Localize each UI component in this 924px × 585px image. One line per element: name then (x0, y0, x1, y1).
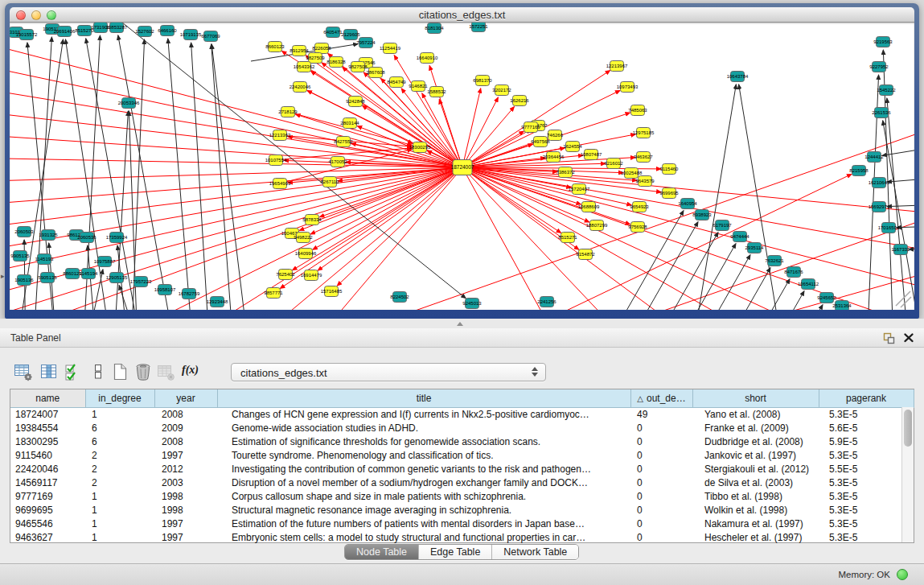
tab-network-table[interactable]: Network Table (492, 545, 578, 559)
table-cell[interactable]: Tourette syndrome. Phenomenology and cla… (217, 448, 630, 462)
graph-node[interactable]: 15692971 (869, 202, 890, 212)
tab-node-table[interactable]: Node Table (345, 545, 419, 559)
delete-table-icon[interactable] (156, 362, 175, 381)
graph-node[interactable]: 5878334 (302, 215, 322, 225)
table-cell[interactable]: 2 (85, 462, 154, 476)
table-cell[interactable]: 1 (85, 489, 154, 503)
table-cell[interactable]: 2008 (154, 435, 217, 448)
table-cell[interactable]: 18300295 (10, 435, 85, 448)
delete-column-icon[interactable] (133, 362, 153, 381)
graph-node[interactable]: 8471676 (784, 267, 803, 278)
graph-node[interactable]: 9756928 (628, 222, 647, 233)
graph-node[interactable]: 8938923 (692, 210, 712, 220)
scrollbar-thumb[interactable] (904, 410, 912, 447)
graph-node[interactable]: 4170052 (328, 157, 347, 167)
table-row[interactable]: 969969511998Structural magnetic resonanc… (10, 503, 914, 517)
table-cell[interactable]: 0 (630, 462, 692, 476)
graph-node[interactable]: 9498222 (294, 233, 313, 243)
table-row[interactable]: 1456911722003Disruption of a novel membe… (10, 476, 914, 489)
table-cell[interactable]: 1998 (154, 503, 217, 517)
table-cell[interactable]: Corpus callosum shape and size in male p… (217, 489, 630, 503)
table-row[interactable]: 1872400712008Changes of HCN gene express… (10, 407, 914, 421)
graph-node[interactable]: 2261536 (872, 108, 891, 118)
graph-node[interactable]: 16782759 (179, 289, 200, 299)
table-cell[interactable]: Stergiakouli et al. (2012) (692, 462, 819, 476)
table-cell[interactable]: 5.3E-5 (819, 476, 914, 489)
graph-node[interactable]: 9474444 (730, 232, 749, 242)
graph-node[interactable]: 1624554 (563, 142, 582, 152)
graph-node[interactable]: 1145193 (35, 254, 55, 265)
table-cell[interactable]: Changes of HCN gene expression and I(f) … (217, 407, 630, 421)
graph-node[interactable]: 6497568 (531, 137, 550, 147)
graph-node[interactable]: 11254419 (380, 43, 401, 54)
graph-node[interactable]: 9857771 (264, 288, 283, 299)
column-header-short[interactable]: short (692, 389, 819, 407)
row-height-icon[interactable] (88, 362, 108, 381)
table-cell[interactable]: 49 (630, 407, 692, 421)
table-selector-dropdown[interactable]: citations_edges.txt (231, 363, 546, 381)
table-cell[interactable]: 6 (85, 421, 154, 435)
table-cell[interactable]: 9777169 (10, 489, 85, 503)
table-cell[interactable]: Genome-wide association studies in ADHD. (217, 421, 630, 435)
show-columns-icon[interactable] (39, 362, 59, 381)
table-row[interactable]: 946362711997Embryonic stem cells: a mode… (10, 530, 914, 544)
table-cell[interactable]: 5.6E-5 (819, 421, 914, 435)
graph-node[interactable]: 20053346 (118, 98, 140, 109)
graph-node[interactable]: 12213967 (606, 61, 628, 72)
graph-node[interactable]: 8215958 (849, 166, 869, 176)
graph-node[interactable]: 2867608 (366, 68, 385, 78)
graph-node[interactable]: 9699695 (659, 188, 679, 199)
graph-node[interactable]: 9227952 (869, 62, 889, 72)
table-cell[interactable]: Wolkin et al. (1998) (692, 503, 819, 517)
graph-node[interactable]: 8267110 (321, 177, 340, 187)
table-cell[interactable]: Jankovic et al. (1997) (692, 448, 819, 462)
graph-node[interactable]: 17957223 (130, 277, 152, 287)
table-cell[interactable]: Structural magnetic resonance image aver… (217, 503, 630, 517)
graph-node[interactable]: 8515271 (558, 233, 577, 243)
graph-node[interactable]: 9154872 (576, 249, 595, 260)
graph-node[interactable]: 6466160 (158, 26, 177, 36)
close-panel-icon[interactable] (903, 332, 914, 344)
float-panel-icon[interactable] (882, 332, 895, 344)
network-graph[interactable]: 8660123891295482260589827509818632898275… (10, 23, 914, 310)
graph-node[interactable]: 8226058 (312, 43, 331, 54)
column-header-in_degree[interactable]: in_degree (85, 389, 154, 407)
table-cell[interactable]: 18724007 (10, 407, 85, 421)
new-column-icon[interactable] (110, 362, 129, 381)
table-cell[interactable]: 5.9E-5 (819, 435, 914, 448)
column-header-title[interactable]: title (217, 389, 630, 407)
table-cell[interactable]: 19384554 (10, 421, 85, 435)
table-cell[interactable]: 1 (85, 503, 154, 517)
table-cell[interactable]: Embryonic stem cells: a model to study s… (217, 530, 630, 544)
graph-node[interactable]: 10688609 (578, 202, 600, 212)
graph-node[interactable]: 9245013 (462, 299, 482, 309)
table-row[interactable]: 1938455462009Genome-wide association stu… (10, 421, 914, 435)
splitter-handle[interactable] (455, 321, 465, 327)
graph-node[interactable]: 9777169 (521, 122, 540, 133)
graph-node[interactable]: 2935114 (745, 243, 765, 253)
table-cell[interactable]: 1997 (154, 517, 217, 530)
graph-node[interactable]: 3202172 (492, 85, 511, 96)
graph-node[interactable]: 16914479 (301, 270, 322, 281)
graph-node[interactable]: 15720407 (569, 184, 590, 195)
column-header-out_de[interactable]: △out_de… (630, 389, 692, 407)
table-cell[interactable]: 2 (85, 448, 154, 462)
graph-node[interactable]: 18807299 (586, 220, 608, 231)
table-cell[interactable]: Estimation of the future numbers of pati… (217, 517, 630, 530)
table-cell[interactable]: Disruption of a novel member of a sodium… (217, 476, 630, 489)
graph-node[interactable]: 18724007 (451, 160, 474, 175)
table-row[interactable]: 2242004622012Investigating the contribut… (10, 462, 914, 476)
table-mode-icon[interactable] (14, 362, 33, 381)
column-header-pagerank[interactable]: pagerank (819, 389, 914, 407)
graph-node[interactable]: 6405471 (323, 27, 343, 38)
graph-node[interactable]: 19654903 (269, 179, 291, 189)
table-cell[interactable]: de Silva et al. (2003) (692, 476, 819, 489)
graph-node[interactable]: 8912954 (290, 46, 309, 56)
graph-node[interactable]: 2060503 (14, 227, 34, 237)
table-cell[interactable]: Yano et al. (2008) (692, 407, 819, 421)
graph-node[interactable]: 9463627 (634, 152, 653, 163)
table-cell[interactable]: 5.3E-5 (819, 489, 914, 503)
graph-node[interactable]: 10958107 (154, 285, 176, 295)
graph-node[interactable]: 6981370 (473, 76, 492, 86)
table-cell[interactable]: Nakamura et al. (1997) (692, 517, 819, 530)
